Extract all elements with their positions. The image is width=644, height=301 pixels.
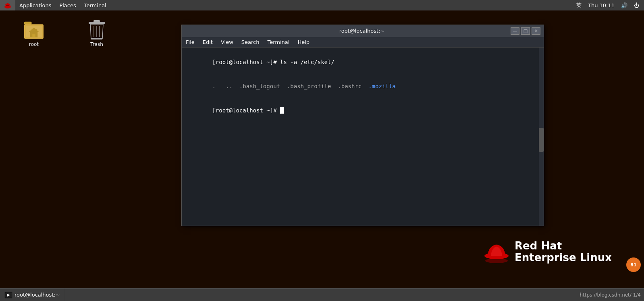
taskbar-terminal-icon: ▶ — [5, 292, 12, 298]
svg-rect-9 — [93, 20, 100, 22]
places-menu[interactable]: Places — [55, 0, 80, 10]
trash-icon-label: Trash — [90, 42, 103, 47]
applications-menu[interactable]: Applications — [15, 0, 55, 10]
close-button[interactable]: ✕ — [532, 27, 540, 35]
root-icon-label: root — [29, 42, 39, 47]
top-bar-right: 英 Thu 10:11 🔊 ⏻ — [575, 0, 644, 10]
terminal-title: root@localhost:~ — [213, 28, 511, 34]
redhat-logo-icon[interactable] — [0, 0, 15, 10]
terminal-scrollbar[interactable] — [539, 48, 544, 226]
terminal-edit-menu[interactable]: Edit — [199, 37, 217, 48]
taskbar: ▶ root@localhost:~ https://blog.csdn.net… — [0, 288, 644, 301]
taskbar-right-text: https://blog.csdn.net/ 1/4 — [580, 292, 641, 298]
redhat-text-line2: Enterprise Linux — [515, 252, 612, 264]
terminal-file-menu[interactable]: File — [182, 37, 199, 48]
svg-rect-7 — [36, 29, 37, 31]
top-bar-left: Applications Places Terminal — [0, 0, 110, 10]
terminal-view-menu[interactable]: View — [217, 37, 237, 48]
terminal-menu[interactable]: Terminal — [80, 0, 110, 10]
taskbar-terminal-label: root@localhost:~ — [15, 292, 60, 298]
scrollbar-thumb[interactable] — [539, 128, 544, 152]
redhat-logo: Red Hat Enterprise Linux — [484, 240, 612, 264]
trash-icon[interactable]: Trash — [81, 21, 113, 47]
power-icon[interactable]: ⏻ — [632, 2, 641, 8]
terminal-line-1: [root@localhost ~]# ls -a /etc/skel/ — [185, 50, 540, 74]
terminal-line-3: [root@localhost ~]# — [185, 98, 540, 122]
terminal-help-menu[interactable]: Help — [293, 37, 314, 48]
terminal-terminal-menu[interactable]: Terminal — [263, 37, 293, 48]
titlebar-controls: — □ ✕ — [511, 27, 540, 35]
svg-rect-13 — [91, 38, 102, 39]
maximize-button[interactable]: □ — [521, 27, 530, 35]
taskbar-terminal-item[interactable]: ▶ root@localhost:~ — [0, 289, 65, 301]
terminal-line-2: . .. .bash_logout .bash_profile .bashrc … — [185, 74, 540, 98]
terminal-titlebar: root@localhost:~ — □ ✕ — [182, 25, 544, 37]
redhat-text-line1: Red Hat — [515, 240, 612, 252]
svg-rect-1 — [24, 22, 31, 25]
terminal-search-menu[interactable]: Search — [237, 37, 264, 48]
volume-icon[interactable]: 🔊 — [619, 2, 629, 8]
orange-circle-badge[interactable]: 81 — [626, 257, 641, 272]
minimize-button[interactable]: — — [511, 27, 519, 35]
desktop: root Trash root@localhost:~ — [0, 10, 644, 288]
svg-rect-6 — [32, 34, 35, 37]
clock: Thu 10:11 — [586, 2, 616, 8]
terminal-menubar: File Edit View Search Terminal Help — [182, 37, 544, 48]
terminal-window: root@localhost:~ — □ ✕ File Edit View Se… — [181, 25, 544, 226]
top-menubar: Applications Places Terminal 英 Thu 10:11… — [0, 0, 644, 10]
root-folder-icon[interactable]: root — [18, 21, 50, 47]
terminal-content[interactable]: [root@localhost ~]# ls -a /etc/skel/ . .… — [182, 48, 544, 226]
redhat-hat-icon — [484, 240, 510, 264]
redhat-text: Red Hat Enterprise Linux — [515, 240, 612, 263]
language-indicator[interactable]: 英 — [575, 2, 583, 9]
